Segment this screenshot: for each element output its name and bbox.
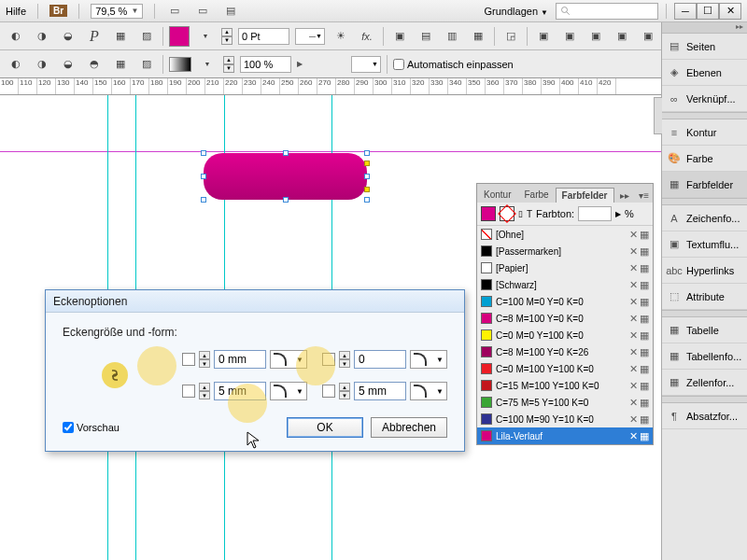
corner-bl-icon bbox=[182, 385, 195, 398]
ok-button[interactable]: OK bbox=[287, 417, 363, 438]
panel-collapse-icon[interactable]: ▸▸ bbox=[616, 189, 633, 203]
stroke-style-dd[interactable]: —▼ bbox=[295, 28, 325, 45]
window-maximize[interactable]: ☐ bbox=[697, 3, 719, 20]
swatch-row[interactable]: [Ohne]✕▦ bbox=[477, 226, 653, 243]
swatch-row[interactable]: C=8 M=100 Y=0 K=26✕▦ bbox=[477, 343, 653, 360]
tool-b5[interactable]: ▦ bbox=[110, 54, 131, 75]
wrap-4[interactable]: ▦ bbox=[468, 26, 488, 47]
panel-tabellenfo[interactable]: ▦Tabellenfo... bbox=[662, 343, 747, 370]
corner-tr-shape[interactable]: ▼ bbox=[410, 350, 447, 369]
tint-field[interactable] bbox=[578, 206, 612, 221]
wrap-2[interactable]: ▤ bbox=[416, 26, 436, 47]
tab-farbfelder[interactable]: Farbfelder bbox=[556, 188, 614, 203]
fit-4[interactable]: ▣ bbox=[612, 26, 632, 47]
tool-b1[interactable]: ◐ bbox=[6, 54, 26, 75]
wrap-1[interactable]: ▣ bbox=[389, 26, 410, 47]
corner-bl-value[interactable] bbox=[214, 382, 266, 400]
cancel-button[interactable]: Abbrechen bbox=[371, 417, 447, 438]
panel-zeichenfo[interactable]: AZeichenfo... bbox=[662, 205, 747, 231]
menu-help[interactable]: Hilfe bbox=[6, 6, 26, 17]
autofit-checkbox[interactable]: Automatisch einpassen bbox=[393, 59, 514, 70]
window-close[interactable]: ✕ bbox=[719, 3, 741, 20]
tab-kontur[interactable]: Kontur bbox=[477, 187, 517, 203]
panel-icon: ▦ bbox=[667, 349, 682, 364]
zoom-dropdown[interactable]: 79,5 %▼ bbox=[91, 4, 143, 19]
tool-b2[interactable]: ◑ bbox=[32, 54, 52, 75]
workspace-switcher[interactable]: Grundlagen ▼ bbox=[485, 6, 548, 17]
panel-tabelle[interactable]: ▦Tabelle bbox=[662, 317, 747, 343]
control-panel-row1: ◐ ◑ ◒ P ▦ ▨ ▼ ▲▼ 0 Pt —▼ ☀ fx. ▣ ▤ ▥ ▦ ◲… bbox=[0, 22, 747, 50]
tool-6[interactable]: ▨ bbox=[136, 26, 157, 47]
corner-br-shape[interactable]: ▼ bbox=[410, 382, 447, 400]
tool-b4[interactable]: ◓ bbox=[84, 54, 105, 75]
panel-icon: abc bbox=[667, 263, 682, 278]
tab-farbe[interactable]: Farbe bbox=[517, 187, 555, 203]
swatch-row[interactable]: C=100 M=90 Y=10 K=0✕▦ bbox=[477, 411, 653, 427]
selected-rectangle[interactable] bbox=[204, 153, 367, 200]
tool-1[interactable]: ◐ bbox=[6, 26, 26, 47]
window-minimize[interactable]: ─ bbox=[674, 3, 697, 20]
view-options-icon[interactable]: ▭ bbox=[166, 3, 183, 20]
preview-checkbox[interactable]: Vorschau bbox=[63, 422, 120, 433]
swatch-row[interactable]: C=8 M=100 Y=0 K=0✕▦ bbox=[477, 310, 653, 327]
gradient-ramp[interactable] bbox=[169, 57, 191, 72]
panel-verknüpf[interactable]: ∞Verknüpf... bbox=[662, 86, 747, 112]
tool-5[interactable]: ▦ bbox=[110, 26, 131, 47]
swatch-row[interactable]: Lila-Verlauf✕▦ bbox=[477, 427, 653, 444]
corner-tl-value[interactable] bbox=[214, 350, 266, 369]
control-panel-row2: ◐ ◑ ◒ ◓ ▦ ▨ ▼ ▲▼ 100 % ▶ ▼ Automatisch e… bbox=[0, 50, 747, 78]
tool-2[interactable]: ◑ bbox=[32, 26, 52, 47]
effects-icon[interactable]: ☀ bbox=[331, 26, 351, 47]
swatch-row[interactable]: [Schwarz]✕▦ bbox=[477, 276, 653, 293]
fit-3[interactable]: ▣ bbox=[585, 26, 606, 47]
panel-menu-icon[interactable]: ▾≡ bbox=[635, 189, 653, 203]
corner-bl-shape[interactable]: ▼ bbox=[270, 382, 307, 400]
arrange-icon[interactable]: ▤ bbox=[222, 3, 239, 20]
fill-color[interactable] bbox=[169, 26, 190, 47]
swatch-row[interactable]: [Passermarken]✕▦ bbox=[477, 243, 653, 259]
fit-2[interactable]: ▣ bbox=[559, 26, 580, 47]
tool-b3[interactable]: ◒ bbox=[58, 54, 78, 75]
paragraph-style-icon[interactable]: P bbox=[84, 26, 105, 47]
fill-proxy[interactable] bbox=[481, 206, 496, 221]
opacity-field[interactable]: 100 % bbox=[240, 56, 291, 73]
panel-hyperlinks[interactable]: abcHyperlinks bbox=[662, 258, 747, 284]
link-corners-button[interactable] bbox=[102, 362, 128, 388]
panel-farbfelder[interactable]: ▦Farbfelder bbox=[662, 172, 747, 198]
swatch-row[interactable]: C=15 M=100 Y=100 K=0✕▦ bbox=[477, 377, 653, 394]
panel-textumflu[interactable]: ▣Textumflu... bbox=[662, 231, 747, 258]
corner-br-value[interactable] bbox=[354, 382, 406, 400]
swatch-row[interactable]: C=75 M=5 Y=100 K=0✕▦ bbox=[477, 394, 653, 411]
stroke-proxy[interactable] bbox=[500, 206, 514, 221]
panel-zellenfor[interactable]: ▦Zellenfor... bbox=[662, 370, 747, 396]
panel-ebenen[interactable]: ◈Ebenen bbox=[662, 60, 747, 86]
collapse-handle[interactable] bbox=[654, 97, 662, 134]
panel-absatzfor[interactable]: ¶Absatzfor... bbox=[662, 403, 747, 429]
swatch-row[interactable]: C=0 M=100 Y=100 K=0✕▦ bbox=[477, 360, 653, 377]
panel-seiten[interactable]: ▤Seiten bbox=[662, 34, 747, 60]
corner-icon[interactable]: ◲ bbox=[500, 26, 521, 47]
corner-tr-value[interactable] bbox=[354, 350, 406, 369]
tool-b6[interactable]: ▨ bbox=[136, 54, 157, 75]
dock-header[interactable]: ▸▸ bbox=[662, 22, 747, 34]
right-panel-dock: ▸▸ ▤Seiten◈Ebenen∞Verknüpf...≡Kontur🎨Far… bbox=[661, 22, 747, 560]
grad-dd[interactable]: ▼ bbox=[197, 54, 218, 75]
fit-5[interactable]: ▣ bbox=[638, 26, 658, 47]
swatch-row[interactable]: [Papier]✕▦ bbox=[477, 259, 653, 276]
swatch-row[interactable]: C=100 M=0 Y=0 K=0✕▦ bbox=[477, 293, 653, 310]
wrap-3[interactable]: ▥ bbox=[442, 26, 462, 47]
misc-dd[interactable]: ▼ bbox=[351, 56, 381, 73]
stroke-weight-field[interactable]: 0 Pt bbox=[238, 28, 289, 45]
tool-3[interactable]: ◒ bbox=[58, 26, 78, 47]
bridge-button[interactable]: Br bbox=[49, 5, 67, 17]
search-input[interactable] bbox=[556, 3, 658, 20]
fill-dd[interactable]: ▼ bbox=[195, 26, 216, 47]
screen-mode-icon[interactable]: ▭ bbox=[194, 3, 211, 20]
panel-kontur[interactable]: ≡Kontur bbox=[662, 119, 747, 146]
panel-farbe[interactable]: 🎨Farbe bbox=[662, 146, 747, 172]
swatch-row[interactable]: C=0 M=0 Y=100 K=0✕▦ bbox=[477, 327, 653, 343]
panel-attribute[interactable]: ⬚Attribute bbox=[662, 284, 747, 310]
fx-icon[interactable]: fx. bbox=[357, 26, 377, 47]
corner-tl-shape[interactable]: ▼ bbox=[270, 350, 307, 369]
fit-1[interactable]: ▣ bbox=[533, 26, 554, 47]
